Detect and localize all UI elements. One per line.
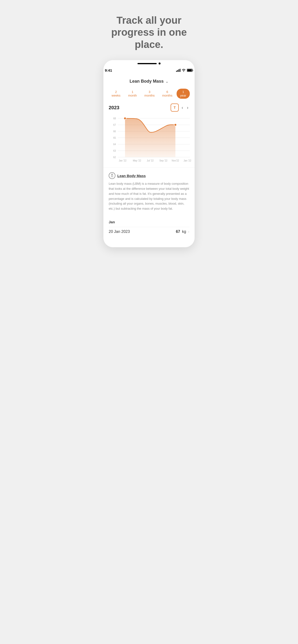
svg-rect-1 [177, 70, 178, 72]
year-row: 2023 T ‹ › [103, 100, 195, 114]
info-header: Lean Body Mass [109, 172, 189, 179]
svg-text:Sep '22: Sep '22 [159, 159, 168, 162]
t-button[interactable]: T [171, 104, 179, 112]
chart-container: 68 67 66 65 64 63 62 Jan '22 May '22 Jul… [103, 114, 195, 167]
svg-text:63: 63 [113, 150, 116, 152]
time-filters: 2 weeks 1 month 3 months 6 months 1 year [103, 87, 195, 100]
data-month-label: Jan [109, 220, 189, 224]
info-description: Lean body mass (LBM) is a measure of bod… [109, 181, 189, 211]
phone-mockup: 9:41 [103, 60, 195, 247]
info-section: Lean Body Mass Lean body mass (LBM) is a… [103, 167, 195, 216]
svg-text:66: 66 [113, 130, 116, 133]
svg-rect-2 [179, 69, 179, 72]
data-section: Jan 20 Jan 2023 67 kg › [103, 216, 195, 240]
filter-tab-1year[interactable]: 1 year [177, 89, 190, 99]
status-time: 9:41 [105, 68, 112, 72]
filter-tab-1month[interactable]: 1 month [125, 89, 140, 99]
chart-area [125, 118, 175, 157]
data-date: 20 Jan 2023 [109, 230, 130, 234]
svg-text:67: 67 [113, 124, 116, 126]
svg-text:68: 68 [113, 117, 116, 120]
app-title: Lean Body Mass [129, 79, 164, 84]
chart-dot-start [124, 117, 126, 120]
filter-tab-2weeks[interactable]: 2 weeks [108, 89, 124, 99]
table-row[interactable]: 20 Jan 2023 67 kg › [109, 227, 189, 236]
svg-text:Nov'22: Nov'22 [172, 159, 179, 162]
filter-tab-3months[interactable]: 3 months [141, 89, 158, 99]
dropdown-arrow-icon[interactable]: ⌄ [166, 80, 169, 84]
row-chevron-icon: › [188, 230, 189, 234]
data-unit: kg [182, 230, 186, 234]
status-bar: 9:41 [103, 67, 195, 74]
svg-text:May '22: May '22 [133, 159, 141, 162]
app-content: Lean Body Mass ⌄ 2 weeks 1 month 3 month… [103, 74, 195, 247]
chart-dot-end [174, 124, 177, 126]
data-value: 67 [176, 230, 180, 234]
battery-icon [187, 69, 193, 72]
svg-text:Jul '22: Jul '22 [147, 159, 154, 162]
notch [130, 60, 168, 67]
svg-text:62: 62 [113, 156, 116, 158]
hero-section: Track all your progress in one place. [99, 0, 199, 60]
signal-icon [176, 69, 181, 72]
app-title-row: Lean Body Mass ⌄ [103, 76, 195, 87]
svg-rect-5 [187, 69, 192, 71]
year-controls: T ‹ › [171, 104, 189, 112]
info-title: Lean Body Mass [117, 174, 146, 178]
year-label: 2023 [109, 105, 119, 110]
data-value-row: 67 kg › [176, 230, 189, 234]
body-composition-icon [109, 172, 115, 179]
chart-svg: 68 67 66 65 64 63 62 Jan '22 May '22 Jul… [106, 114, 192, 166]
svg-rect-0 [176, 71, 177, 72]
next-arrow-icon[interactable]: › [186, 104, 189, 111]
notch-dot [159, 62, 161, 64]
prev-arrow-icon[interactable]: ‹ [181, 104, 184, 111]
svg-text:64: 64 [113, 143, 116, 146]
person-icon [110, 174, 114, 178]
wifi-icon [182, 69, 186, 72]
svg-text:65: 65 [113, 136, 116, 139]
page-container: Track all your progress in one place. 9:… [99, 0, 199, 247]
svg-rect-3 [180, 69, 181, 72]
svg-text:Jan '22: Jan '22 [184, 159, 191, 162]
notch-bar [137, 63, 157, 64]
filter-tab-6months[interactable]: 6 months [159, 89, 176, 99]
svg-text:Jan '22: Jan '22 [119, 159, 126, 162]
status-icons [176, 69, 193, 72]
svg-point-26 [112, 174, 113, 175]
hero-title: Track all your progress in one place. [109, 14, 189, 50]
